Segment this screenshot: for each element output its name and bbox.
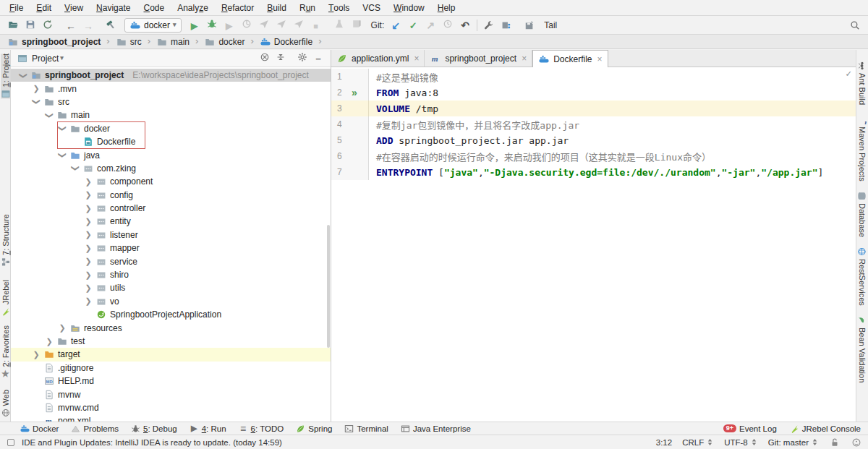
history-disabled-button[interactable] [439, 16, 456, 32]
tree-expanded-chevron-icon[interactable]: ❯ [58, 122, 67, 135]
tree-collapsed-chevron-icon[interactable]: ❯ [56, 323, 69, 333]
flask-disabled-button[interactable] [331, 16, 348, 32]
minus-button[interactable]: − [310, 52, 326, 67]
editor-tab-application-yml[interactable]: application.yml× [331, 50, 425, 67]
tree-collapsed-chevron-icon[interactable]: ❯ [30, 84, 43, 93]
menu-navigate[interactable]: Navigate [90, 0, 137, 15]
run-button[interactable]: ▶ [186, 18, 203, 34]
back-button[interactable]: ← [62, 18, 80, 34]
tree-item-test[interactable]: ❯test [11, 335, 331, 348]
menu-view[interactable]: View [58, 0, 90, 15]
collapse-all-button[interactable] [273, 50, 289, 64]
run-line-icon[interactable]: » [346, 87, 362, 98]
tree-item-docker[interactable]: ❯docker [11, 122, 331, 135]
locate-button[interactable] [257, 50, 273, 64]
tree-item-mvn[interactable]: ❯.mvn [11, 82, 331, 95]
tree-item-utils[interactable]: ❯utils [11, 281, 331, 294]
open-folder-button[interactable] [4, 17, 22, 33]
encoding-widget[interactable]: UTF-8 [724, 438, 758, 447]
tree-item-service[interactable]: ❯service [11, 255, 331, 268]
close-tab-icon[interactable]: × [597, 54, 603, 64]
toolwindow-button-database[interactable]: Database [857, 192, 867, 237]
tree-collapsed-chevron-icon[interactable]: ❯ [30, 350, 43, 359]
menu-build[interactable]: Build [260, 0, 293, 15]
toolwindow-button-spring[interactable]: Spring [296, 424, 332, 433]
menu-window[interactable]: Window [387, 0, 431, 15]
breadcrumb-main[interactable]: main [155, 36, 191, 48]
tree-item-mvnw-cmd[interactable]: mvnw.cmd [11, 401, 331, 414]
tree-collapsed-chevron-icon[interactable]: ❯ [82, 244, 95, 253]
toolwindow-switcher-icon[interactable] [7, 439, 14, 446]
menu-analyze[interactable]: Analyze [171, 0, 215, 15]
menu-tools[interactable]: Tools [322, 0, 356, 15]
close-tab-icon[interactable]: × [414, 54, 419, 64]
debug-button[interactable] [203, 16, 221, 32]
tree-item-vo[interactable]: ❯vo [11, 295, 331, 308]
tree-collapsed-chevron-icon[interactable]: ❯ [82, 270, 95, 280]
rollback-button[interactable]: ↶ [456, 17, 474, 33]
tree-collapsed-chevron-icon[interactable]: ❯ [82, 190, 95, 200]
close-tab-icon[interactable]: × [522, 54, 527, 64]
tree-item-java[interactable]: ❯java [11, 148, 331, 161]
tree-item-gitignore[interactable]: .gitignore [11, 362, 331, 375]
toolwindow-button-6-todo[interactable]: ≡6: TODO [239, 424, 284, 433]
wrench-button[interactable] [480, 17, 498, 33]
toolwindow-button-problems[interactable]: Problems [71, 424, 119, 433]
tree-item-pom-xml[interactable]: mpom.xml [11, 414, 331, 422]
tree-collapsed-chevron-icon[interactable]: ❯ [82, 283, 95, 293]
menu-run[interactable]: Run [293, 0, 322, 15]
toolwindow-button-2-favorites[interactable]: ★2: Favorites [1, 325, 10, 378]
launch-disabled-button[interactable] [273, 16, 290, 32]
menu-edit[interactable]: Edit [30, 0, 58, 15]
project-panel-title[interactable]: Project [32, 54, 59, 64]
breadcrumb-springboot-project[interactable]: springboot_project [6, 36, 102, 48]
menu-help[interactable]: Help [431, 0, 462, 15]
tree-item-target[interactable]: ❯target [11, 348, 331, 361]
breadcrumb-docker[interactable]: docker [203, 36, 246, 48]
tree-expanded-chevron-icon[interactable]: ❯ [32, 95, 41, 108]
tree-collapsed-chevron-icon[interactable]: ❯ [43, 337, 56, 346]
tree-expanded-chevron-icon[interactable]: ❯ [45, 108, 54, 121]
tree-item-dockerfile[interactable]: Dockerfile [11, 135, 331, 148]
tree-item-shiro[interactable]: ❯shiro [11, 268, 331, 281]
tree-item-main[interactable]: ❯main [11, 108, 331, 121]
breadcrumb-src[interactable]: src [114, 36, 143, 48]
hammer-button[interactable] [103, 17, 120, 33]
toolwindow-button-java-enterprise[interactable]: Java Enterprise [401, 424, 471, 433]
toolwindow-button-event-log[interactable]: 9+Event Log [723, 424, 777, 433]
chevron-down-icon[interactable]: ▾ [60, 55, 64, 61]
tree-collapsed-chevron-icon[interactable]: ❯ [82, 177, 95, 187]
tail-menu[interactable]: Tail [544, 20, 557, 30]
forward-button[interactable]: → [80, 18, 97, 34]
breadcrumb-dockerfile[interactable]: Dockerfile [258, 36, 314, 48]
status-message[interactable]: IDE and Plugin Updates: IntelliJ IDEA is… [22, 438, 282, 447]
tree-item-springbootprojectapplication[interactable]: SpringbootProjectApplication [11, 308, 331, 321]
menu-vcs[interactable]: VCS [356, 0, 387, 15]
launch-disabled-button[interactable] [255, 16, 273, 32]
tree-expanded-chevron-icon[interactable]: ❯ [58, 149, 67, 162]
run-configuration-selector[interactable]: docker ▾ [124, 18, 182, 33]
tree-item-mapper[interactable]: ❯mapper [11, 241, 331, 255]
menu-file[interactable]: File [3, 0, 30, 15]
tree-item-com-zking[interactable]: ❯com.zking [11, 162, 331, 175]
stop-disabled-button[interactable]: ■ [307, 18, 325, 34]
tree-item-listener[interactable]: ❯listener [11, 228, 331, 241]
project-scrollbar[interactable] [327, 225, 330, 348]
gear-button[interactable] [294, 50, 310, 64]
toolwindow-button-web[interactable]: Web [1, 390, 10, 417]
toolwindow-button-terminal[interactable]: Terminal [344, 424, 388, 433]
tree-collapsed-chevron-icon[interactable]: ❯ [82, 230, 95, 239]
tree-collapsed-chevron-icon[interactable]: ❯ [82, 217, 95, 226]
toolwindow-button-jrebel[interactable]: JRebel [1, 280, 10, 316]
toolwindow-button-ant-build[interactable]: Ant Build [857, 61, 867, 105]
line-ending-widget[interactable]: CRLF [682, 438, 714, 447]
tree-item-controller[interactable]: ❯controller [11, 202, 331, 215]
coverage-disabled-button[interactable] [238, 16, 255, 32]
tree-item-mvnw[interactable]: mvnw [11, 388, 331, 401]
caret-position-widget[interactable]: 3:12 [656, 438, 672, 447]
tree-item-component[interactable]: ❯component [11, 175, 331, 188]
run-disabled-button[interactable]: ▶ [221, 18, 238, 34]
toolwindow-button-7-structure[interactable]: 7: Structure [1, 214, 10, 267]
search-everywhere-button[interactable] [846, 17, 864, 33]
git-commit-button[interactable]: ✓ [404, 18, 422, 34]
